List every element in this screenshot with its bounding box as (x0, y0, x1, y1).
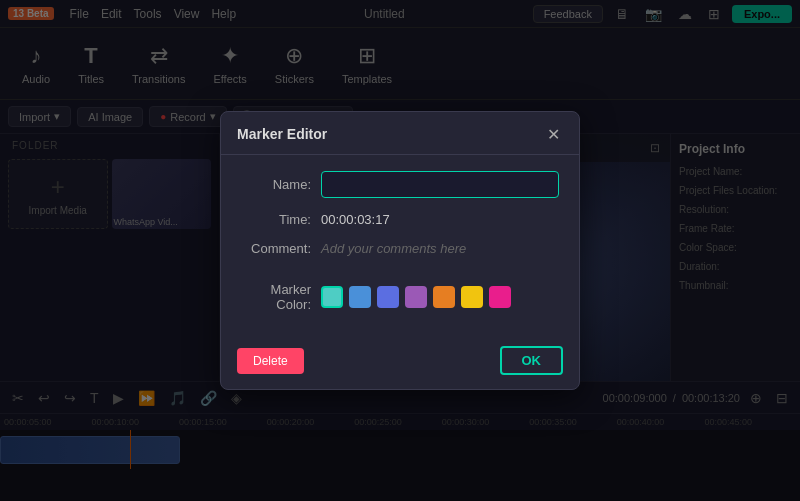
color-label: Marker Color: (241, 282, 321, 312)
marker-editor-dialog: Marker Editor ✕ Name: Time: 00:00:03:17 … (220, 111, 580, 390)
swatch-yellow[interactable] (461, 286, 483, 308)
close-button[interactable]: ✕ (543, 124, 563, 144)
swatch-teal[interactable] (321, 286, 343, 308)
dialog-overlay: Marker Editor ✕ Name: Time: 00:00:03:17 … (0, 0, 800, 501)
swatch-blue1[interactable] (349, 286, 371, 308)
delete-button[interactable]: Delete (237, 348, 304, 374)
name-label: Name: (241, 177, 321, 192)
dialog-footer: Delete OK (221, 336, 579, 389)
color-swatches (321, 286, 511, 308)
time-value: 00:00:03:17 (321, 212, 390, 227)
color-field-row: Marker Color: (241, 282, 559, 312)
swatch-purple[interactable] (405, 286, 427, 308)
swatch-blue2[interactable] (377, 286, 399, 308)
dialog-header: Marker Editor ✕ (221, 112, 579, 155)
time-field-row: Time: 00:00:03:17 (241, 212, 559, 227)
comment-field-row: Comment: Add your comments here (241, 241, 559, 256)
comment-placeholder[interactable]: Add your comments here (321, 241, 559, 256)
dialog-body: Name: Time: 00:00:03:17 Comment: Add you… (221, 155, 579, 336)
swatch-pink[interactable] (489, 286, 511, 308)
dialog-title: Marker Editor (237, 126, 327, 142)
swatch-orange[interactable] (433, 286, 455, 308)
name-input[interactable] (321, 171, 559, 198)
ok-button[interactable]: OK (500, 346, 564, 375)
time-label: Time: (241, 212, 321, 227)
name-field-row: Name: (241, 171, 559, 198)
comment-label: Comment: (241, 241, 321, 256)
